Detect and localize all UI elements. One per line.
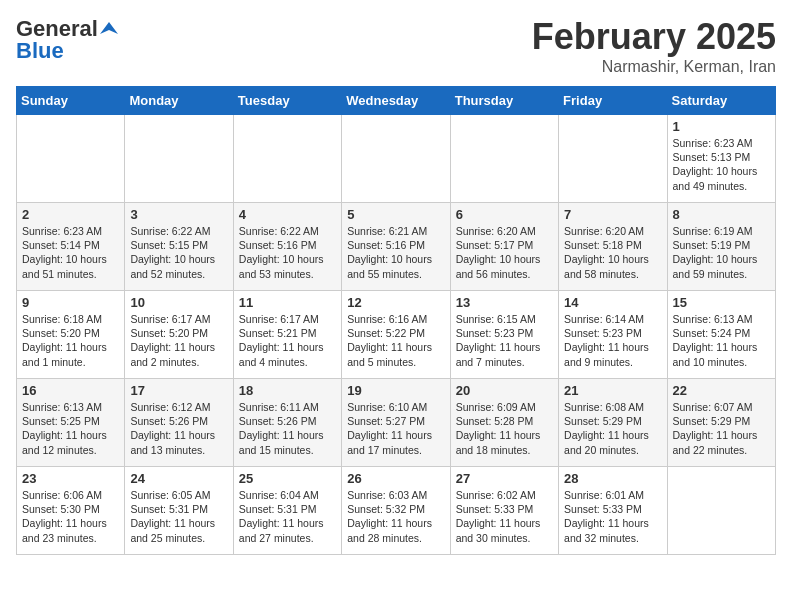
calendar-cell [125,115,233,203]
day-info: Sunrise: 6:16 AM Sunset: 5:22 PM Dayligh… [347,312,444,369]
day-info: Sunrise: 6:03 AM Sunset: 5:32 PM Dayligh… [347,488,444,545]
week-row-3: 9Sunrise: 6:18 AM Sunset: 5:20 PM Daylig… [17,291,776,379]
calendar-cell [559,115,667,203]
title-block: February 2025 Narmashir, Kerman, Iran [532,16,776,76]
day-number: 27 [456,471,553,486]
day-info: Sunrise: 6:22 AM Sunset: 5:16 PM Dayligh… [239,224,336,281]
calendar-cell: 2Sunrise: 6:23 AM Sunset: 5:14 PM Daylig… [17,203,125,291]
day-number: 9 [22,295,119,310]
day-info: Sunrise: 6:11 AM Sunset: 5:26 PM Dayligh… [239,400,336,457]
calendar-cell: 25Sunrise: 6:04 AM Sunset: 5:31 PM Dayli… [233,467,341,555]
week-row-5: 23Sunrise: 6:06 AM Sunset: 5:30 PM Dayli… [17,467,776,555]
day-info: Sunrise: 6:15 AM Sunset: 5:23 PM Dayligh… [456,312,553,369]
calendar-cell: 19Sunrise: 6:10 AM Sunset: 5:27 PM Dayli… [342,379,450,467]
calendar-cell: 23Sunrise: 6:06 AM Sunset: 5:30 PM Dayli… [17,467,125,555]
day-info: Sunrise: 6:01 AM Sunset: 5:33 PM Dayligh… [564,488,661,545]
calendar-cell: 16Sunrise: 6:13 AM Sunset: 5:25 PM Dayli… [17,379,125,467]
weekday-header-monday: Monday [125,87,233,115]
day-number: 22 [673,383,770,398]
calendar-cell: 5Sunrise: 6:21 AM Sunset: 5:16 PM Daylig… [342,203,450,291]
page-header: General Blue February 2025 Narmashir, Ke… [16,16,776,76]
calendar-cell [17,115,125,203]
week-row-2: 2Sunrise: 6:23 AM Sunset: 5:14 PM Daylig… [17,203,776,291]
day-info: Sunrise: 6:14 AM Sunset: 5:23 PM Dayligh… [564,312,661,369]
day-info: Sunrise: 6:07 AM Sunset: 5:29 PM Dayligh… [673,400,770,457]
day-number: 4 [239,207,336,222]
calendar-cell: 7Sunrise: 6:20 AM Sunset: 5:18 PM Daylig… [559,203,667,291]
calendar-cell [233,115,341,203]
day-info: Sunrise: 6:20 AM Sunset: 5:18 PM Dayligh… [564,224,661,281]
day-info: Sunrise: 6:13 AM Sunset: 5:24 PM Dayligh… [673,312,770,369]
weekday-header-wednesday: Wednesday [342,87,450,115]
calendar-cell: 6Sunrise: 6:20 AM Sunset: 5:17 PM Daylig… [450,203,558,291]
calendar-cell: 24Sunrise: 6:05 AM Sunset: 5:31 PM Dayli… [125,467,233,555]
calendar-cell: 17Sunrise: 6:12 AM Sunset: 5:26 PM Dayli… [125,379,233,467]
day-number: 2 [22,207,119,222]
day-number: 17 [130,383,227,398]
day-info: Sunrise: 6:12 AM Sunset: 5:26 PM Dayligh… [130,400,227,457]
month-title: February 2025 [532,16,776,58]
day-number: 7 [564,207,661,222]
weekday-header-saturday: Saturday [667,87,775,115]
calendar-table: SundayMondayTuesdayWednesdayThursdayFrid… [16,86,776,555]
day-number: 14 [564,295,661,310]
day-number: 5 [347,207,444,222]
calendar-cell: 9Sunrise: 6:18 AM Sunset: 5:20 PM Daylig… [17,291,125,379]
calendar-cell: 8Sunrise: 6:19 AM Sunset: 5:19 PM Daylig… [667,203,775,291]
day-number: 19 [347,383,444,398]
weekday-header-friday: Friday [559,87,667,115]
day-info: Sunrise: 6:13 AM Sunset: 5:25 PM Dayligh… [22,400,119,457]
calendar-cell: 10Sunrise: 6:17 AM Sunset: 5:20 PM Dayli… [125,291,233,379]
day-number: 11 [239,295,336,310]
calendar-cell: 14Sunrise: 6:14 AM Sunset: 5:23 PM Dayli… [559,291,667,379]
day-number: 3 [130,207,227,222]
calendar-cell [450,115,558,203]
day-info: Sunrise: 6:23 AM Sunset: 5:14 PM Dayligh… [22,224,119,281]
calendar-cell: 4Sunrise: 6:22 AM Sunset: 5:16 PM Daylig… [233,203,341,291]
calendar-cell: 15Sunrise: 6:13 AM Sunset: 5:24 PM Dayli… [667,291,775,379]
location: Narmashir, Kerman, Iran [532,58,776,76]
logo-blue: Blue [16,38,64,64]
weekday-header-sunday: Sunday [17,87,125,115]
day-info: Sunrise: 6:17 AM Sunset: 5:20 PM Dayligh… [130,312,227,369]
day-number: 24 [130,471,227,486]
day-info: Sunrise: 6:04 AM Sunset: 5:31 PM Dayligh… [239,488,336,545]
calendar-cell: 26Sunrise: 6:03 AM Sunset: 5:32 PM Dayli… [342,467,450,555]
day-number: 20 [456,383,553,398]
day-number: 10 [130,295,227,310]
day-info: Sunrise: 6:22 AM Sunset: 5:15 PM Dayligh… [130,224,227,281]
calendar-cell [667,467,775,555]
calendar-cell: 3Sunrise: 6:22 AM Sunset: 5:15 PM Daylig… [125,203,233,291]
day-info: Sunrise: 6:02 AM Sunset: 5:33 PM Dayligh… [456,488,553,545]
week-row-4: 16Sunrise: 6:13 AM Sunset: 5:25 PM Dayli… [17,379,776,467]
calendar-cell: 22Sunrise: 6:07 AM Sunset: 5:29 PM Dayli… [667,379,775,467]
day-info: Sunrise: 6:23 AM Sunset: 5:13 PM Dayligh… [673,136,770,193]
day-number: 18 [239,383,336,398]
day-info: Sunrise: 6:20 AM Sunset: 5:17 PM Dayligh… [456,224,553,281]
day-number: 12 [347,295,444,310]
logo: General Blue [16,16,118,64]
day-number: 25 [239,471,336,486]
day-number: 6 [456,207,553,222]
calendar-cell: 18Sunrise: 6:11 AM Sunset: 5:26 PM Dayli… [233,379,341,467]
weekday-header-tuesday: Tuesday [233,87,341,115]
calendar-cell: 28Sunrise: 6:01 AM Sunset: 5:33 PM Dayli… [559,467,667,555]
calendar-cell: 20Sunrise: 6:09 AM Sunset: 5:28 PM Dayli… [450,379,558,467]
day-info: Sunrise: 6:19 AM Sunset: 5:19 PM Dayligh… [673,224,770,281]
day-info: Sunrise: 6:17 AM Sunset: 5:21 PM Dayligh… [239,312,336,369]
day-number: 28 [564,471,661,486]
calendar-cell: 13Sunrise: 6:15 AM Sunset: 5:23 PM Dayli… [450,291,558,379]
day-info: Sunrise: 6:08 AM Sunset: 5:29 PM Dayligh… [564,400,661,457]
day-info: Sunrise: 6:10 AM Sunset: 5:27 PM Dayligh… [347,400,444,457]
day-info: Sunrise: 6:21 AM Sunset: 5:16 PM Dayligh… [347,224,444,281]
calendar-cell [342,115,450,203]
calendar-cell: 12Sunrise: 6:16 AM Sunset: 5:22 PM Dayli… [342,291,450,379]
day-info: Sunrise: 6:09 AM Sunset: 5:28 PM Dayligh… [456,400,553,457]
day-number: 16 [22,383,119,398]
weekday-header-thursday: Thursday [450,87,558,115]
calendar-cell: 21Sunrise: 6:08 AM Sunset: 5:29 PM Dayli… [559,379,667,467]
day-number: 15 [673,295,770,310]
day-info: Sunrise: 6:18 AM Sunset: 5:20 PM Dayligh… [22,312,119,369]
day-number: 1 [673,119,770,134]
day-number: 13 [456,295,553,310]
